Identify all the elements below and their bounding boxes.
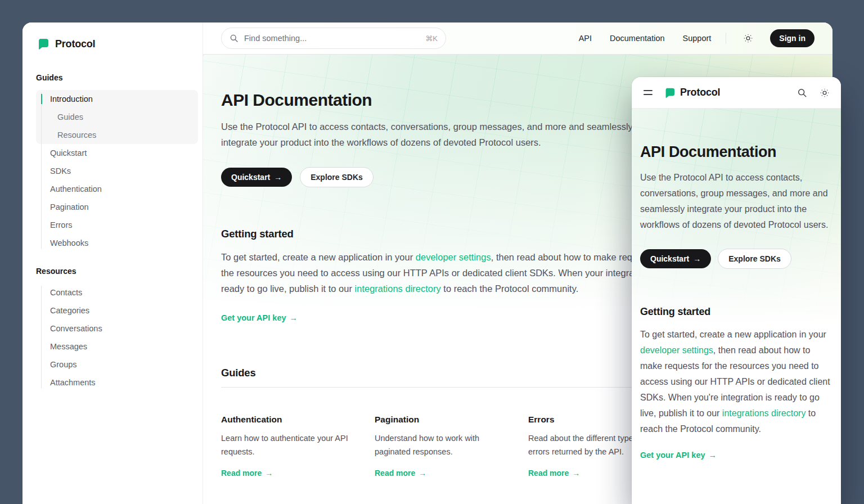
- arrow-right-icon: →: [693, 254, 701, 263]
- mobile-getting-started-paragraph: To get started, create a new application…: [640, 327, 832, 437]
- inline-link[interactable]: integrations directory: [722, 408, 806, 418]
- arrow-right-icon: →: [418, 469, 426, 478]
- sidebar: Protocol Guides Introduction Guides Reso…: [22, 22, 202, 504]
- arrow-right-icon: →: [709, 451, 717, 460]
- read-more-link[interactable]: Read more →: [375, 469, 426, 478]
- sidebar-subitem-guides[interactable]: Guides: [36, 108, 189, 126]
- mobile-main-content: API Documentation Use the Protocol API t…: [632, 109, 841, 460]
- sidebar-item-introduction[interactable]: Introduction: [36, 90, 189, 108]
- chat-bubble-icon: [663, 87, 676, 99]
- mobile-get-api-key-link[interactable]: Get your API key →: [640, 451, 717, 460]
- search-input[interactable]: [244, 34, 420, 43]
- chat-bubble-icon: [36, 37, 50, 51]
- sidebar-item-quickstart[interactable]: Quickstart: [36, 144, 189, 162]
- search-bar[interactable]: ⌘K: [221, 28, 446, 49]
- search-icon: [797, 88, 807, 98]
- keyboard-shortcut-hint: ⌘K: [425, 34, 438, 43]
- arrow-right-icon: →: [265, 469, 273, 478]
- nav-link-support[interactable]: Support: [683, 34, 712, 43]
- active-item-marker: [41, 94, 42, 104]
- hamburger-icon: [644, 94, 652, 95]
- mobile-brand-logo[interactable]: Protocol: [663, 87, 720, 99]
- mobile-preview-window: Protocol API Documentation Use the Proto…: [632, 77, 841, 504]
- sidebar-item-messages[interactable]: Messages: [36, 338, 189, 356]
- top-nav: API Documentation Support: [579, 34, 712, 43]
- menu-button[interactable]: [641, 87, 655, 98]
- sidebar-item-sdks[interactable]: SDKs: [36, 162, 189, 180]
- read-more-link[interactable]: Read more →: [221, 469, 273, 478]
- guide-card-description: Understand how to work with paginated re…: [375, 431, 506, 458]
- sign-in-button[interactable]: Sign in: [770, 29, 814, 47]
- arrow-right-icon: →: [290, 313, 298, 322]
- quickstart-button[interactable]: Quickstart →: [221, 168, 292, 187]
- inline-link[interactable]: developer settings: [640, 345, 713, 355]
- mobile-search-button[interactable]: [795, 86, 809, 100]
- theme-toggle-button[interactable]: [741, 31, 755, 46]
- read-more-link[interactable]: Read more →: [528, 469, 580, 478]
- hamburger-icon: [644, 90, 652, 91]
- sidebar-item-pagination[interactable]: Pagination: [36, 198, 189, 216]
- arrow-right-icon: →: [572, 469, 580, 478]
- sun-icon: [743, 33, 753, 43]
- inline-link[interactable]: integrations directory: [355, 284, 441, 294]
- guide-card-authentication: Authentication Learn how to authenticate…: [221, 415, 352, 478]
- sidebar-subitem-resources[interactable]: Resources: [36, 126, 189, 144]
- guide-card-title: Authentication: [221, 415, 352, 425]
- top-header: ⌘K API Documentation Support Sign in: [203, 22, 832, 55]
- get-api-key-link[interactable]: Get your API key →: [221, 313, 298, 322]
- inline-link[interactable]: developer settings: [416, 252, 491, 262]
- sidebar-item-categories[interactable]: Categories: [36, 302, 189, 320]
- getting-started-paragraph: To get started, create a new application…: [221, 249, 674, 296]
- sidebar-item-contacts[interactable]: Contacts: [36, 284, 189, 302]
- sun-icon: [820, 88, 830, 98]
- mobile-page-title: API Documentation: [640, 143, 832, 161]
- sidebar-item-authentication[interactable]: Authentication: [36, 180, 189, 198]
- sidebar-section-resources: Resources: [36, 267, 189, 276]
- brand-name: Protocol: [680, 87, 720, 98]
- sidebar-item-attachments[interactable]: Attachments: [36, 374, 189, 392]
- header-divider: [726, 33, 726, 44]
- mobile-quickstart-button[interactable]: Quickstart →: [640, 249, 711, 268]
- guide-card-description: Learn how to authenticate your API reque…: [221, 431, 352, 458]
- guide-card-title: Pagination: [375, 415, 506, 425]
- sidebar-resources-nav: Contacts Categories Conversations Messag…: [36, 284, 189, 392]
- mobile-getting-started-section: Getting started To get started, create a…: [640, 306, 832, 460]
- sidebar-section-guides: Guides: [36, 73, 189, 82]
- mobile-explore-sdks-button[interactable]: Explore SDKs: [718, 249, 791, 269]
- sidebar-item-conversations[interactable]: Conversations: [36, 320, 189, 338]
- brand-name: Protocol: [55, 38, 95, 50]
- nav-link-api[interactable]: API: [579, 34, 592, 43]
- nav-link-documentation[interactable]: Documentation: [610, 34, 665, 43]
- explore-sdks-button[interactable]: Explore SDKs: [300, 167, 374, 187]
- mobile-getting-started-title: Getting started: [640, 306, 832, 318]
- guide-card-pagination: Pagination Understand how to work with p…: [375, 415, 506, 478]
- search-icon: [230, 34, 238, 43]
- intro-paragraph: Use the Protocol API to access contacts,…: [221, 119, 671, 150]
- sidebar-guides-nav: Introduction Guides Resources Quickstart…: [36, 90, 189, 252]
- arrow-right-icon: →: [274, 173, 282, 182]
- sidebar-item-groups[interactable]: Groups: [36, 356, 189, 374]
- mobile-theme-toggle-button[interactable]: [817, 86, 832, 100]
- mobile-intro-paragraph: Use the Protocol API to access contacts,…: [640, 170, 832, 233]
- brand-logo[interactable]: Protocol: [36, 37, 189, 51]
- sidebar-item-errors[interactable]: Errors: [36, 216, 189, 234]
- sidebar-item-webhooks[interactable]: Webhooks: [36, 234, 189, 252]
- mobile-header: Protocol: [632, 77, 841, 109]
